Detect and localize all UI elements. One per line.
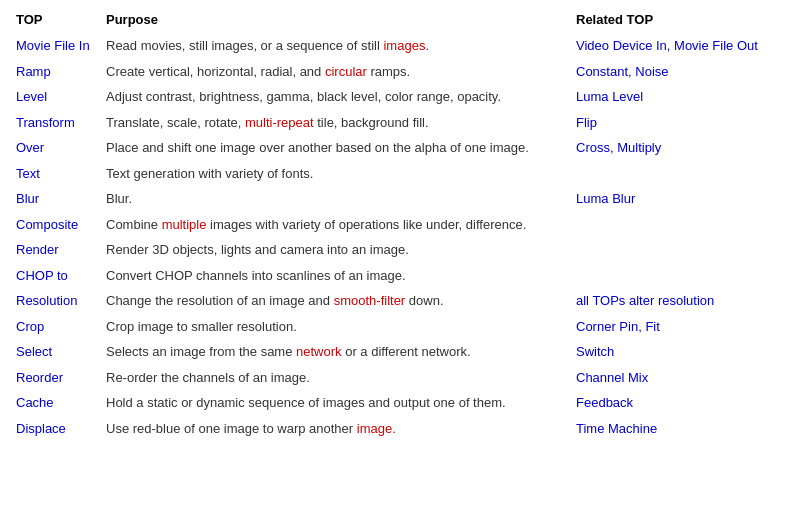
purpose-text: Read movies, still images, or a sequence… xyxy=(100,33,570,59)
table-row: RenderRender 3D objects, lights and came… xyxy=(10,237,782,263)
related-tops[interactable]: Channel Mix xyxy=(570,365,782,391)
related-tops[interactable]: Switch xyxy=(570,339,782,365)
top-name[interactable]: Displace xyxy=(10,416,100,442)
related-tops[interactable]: Time Machine xyxy=(570,416,782,442)
table-row: CompositeCombine multiple images with va… xyxy=(10,212,782,238)
table-row: TransformTranslate, scale, rotate, multi… xyxy=(10,110,782,136)
table-row: RampCreate vertical, horizontal, radial,… xyxy=(10,59,782,85)
table-row: SelectSelects an image from the same net… xyxy=(10,339,782,365)
top-name[interactable]: Crop xyxy=(10,314,100,340)
purpose-text: Combine multiple images with variety of … xyxy=(100,212,570,238)
purpose-text: Convert CHOP channels into scanlines of … xyxy=(100,263,570,289)
top-name[interactable]: Render xyxy=(10,237,100,263)
related-tops[interactable] xyxy=(570,263,782,289)
related-tops[interactable]: Feedback xyxy=(570,390,782,416)
table-row: TextText generation with variety of font… xyxy=(10,161,782,187)
table-row: CHOP toConvert CHOP channels into scanli… xyxy=(10,263,782,289)
top-name[interactable]: Over xyxy=(10,135,100,161)
main-container: TOP Purpose Related TOP Movie File InRea… xyxy=(0,0,792,449)
top-name[interactable]: Text xyxy=(10,161,100,187)
purpose-text: Text generation with variety of fonts. xyxy=(100,161,570,187)
purpose-text: Place and shift one image over another b… xyxy=(100,135,570,161)
top-name[interactable]: Cache xyxy=(10,390,100,416)
related-tops[interactable]: Luma Blur xyxy=(570,186,782,212)
purpose-text: Blur. xyxy=(100,186,570,212)
top-name[interactable]: Composite xyxy=(10,212,100,238)
top-name[interactable]: CHOP to xyxy=(10,263,100,289)
table-row: LevelAdjust contrast, brightness, gamma,… xyxy=(10,84,782,110)
related-tops[interactable]: Constant, Noise xyxy=(570,59,782,85)
related-tops[interactable]: Luma Level xyxy=(570,84,782,110)
table-row: CacheHold a static or dynamic sequence o… xyxy=(10,390,782,416)
col-header-top: TOP xyxy=(10,8,100,33)
table-row: Movie File InRead movies, still images, … xyxy=(10,33,782,59)
related-tops[interactable] xyxy=(570,212,782,238)
related-tops[interactable]: Video Device In, Movie File Out xyxy=(570,33,782,59)
purpose-text: Render 3D objects, lights and camera int… xyxy=(100,237,570,263)
purpose-text: Selects an image from the same network o… xyxy=(100,339,570,365)
purpose-text: Create vertical, horizontal, radial, and… xyxy=(100,59,570,85)
top-name[interactable]: Transform xyxy=(10,110,100,136)
purpose-text: Use red-blue of one image to warp anothe… xyxy=(100,416,570,442)
purpose-text: Adjust contrast, brightness, gamma, blac… xyxy=(100,84,570,110)
related-tops[interactable]: all TOPs alter resolution xyxy=(570,288,782,314)
purpose-text: Translate, scale, rotate, multi-repeat t… xyxy=(100,110,570,136)
related-tops[interactable] xyxy=(570,161,782,187)
top-name[interactable]: Level xyxy=(10,84,100,110)
table-row: ReorderRe-order the channels of an image… xyxy=(10,365,782,391)
top-name[interactable]: Resolution xyxy=(10,288,100,314)
top-name[interactable]: Reorder xyxy=(10,365,100,391)
related-tops[interactable]: Cross, Multiply xyxy=(570,135,782,161)
table-row: ResolutionChange the resolution of an im… xyxy=(10,288,782,314)
purpose-text: Hold a static or dynamic sequence of ima… xyxy=(100,390,570,416)
top-name[interactable]: Select xyxy=(10,339,100,365)
purpose-text: Re-order the channels of an image. xyxy=(100,365,570,391)
related-tops[interactable]: Flip xyxy=(570,110,782,136)
col-header-related: Related TOP xyxy=(570,8,782,33)
related-tops[interactable] xyxy=(570,237,782,263)
table-row: CropCrop image to smaller resolution.Cor… xyxy=(10,314,782,340)
top-name[interactable]: Ramp xyxy=(10,59,100,85)
related-tops[interactable]: Corner Pin, Fit xyxy=(570,314,782,340)
col-header-purpose: Purpose xyxy=(100,8,570,33)
table-row: OverPlace and shift one image over anoth… xyxy=(10,135,782,161)
top-name[interactable]: Blur xyxy=(10,186,100,212)
table-row: BlurBlur.Luma Blur xyxy=(10,186,782,212)
purpose-text: Change the resolution of an image and sm… xyxy=(100,288,570,314)
tops-table: TOP Purpose Related TOP Movie File InRea… xyxy=(10,8,782,441)
top-name[interactable]: Movie File In xyxy=(10,33,100,59)
purpose-text: Crop image to smaller resolution. xyxy=(100,314,570,340)
table-row: DisplaceUse red-blue of one image to war… xyxy=(10,416,782,442)
